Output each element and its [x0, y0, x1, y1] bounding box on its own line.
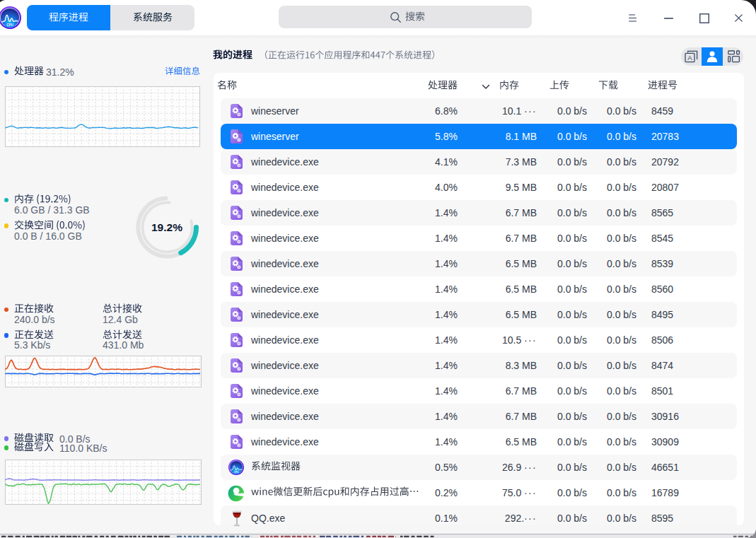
svg-text:CPU: CPU	[6, 23, 13, 27]
svg-text:A: A	[687, 54, 692, 62]
svg-text:CPU: CPU	[234, 471, 239, 474]
